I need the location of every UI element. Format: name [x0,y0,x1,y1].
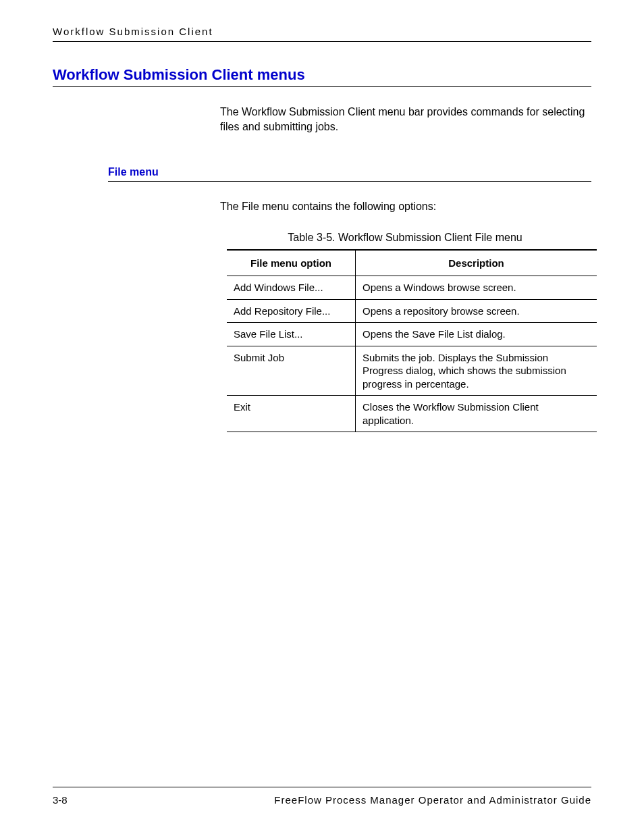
cell-desc: Closes the Workflow Submission Client ap… [356,396,597,432]
doc-title: FreeFlow Process Manager Operator and Ad… [274,794,591,806]
col-header-option: File menu option [227,250,356,276]
cell-desc: Opens a repository browse screen. [356,299,597,323]
subsection-heading: File menu [108,166,591,182]
section-heading: Workflow Submission Client menus [53,66,591,87]
col-header-description: Description [356,250,597,276]
page-footer: 3-8 FreeFlow Process Manager Operator an… [53,787,591,806]
table-row: Save File List... Opens the Save File Li… [227,323,597,346]
cell-option: Add Windows File... [227,276,356,300]
cell-option: Add Repository File... [227,299,356,323]
cell-option: Submit Job [227,346,356,396]
cell-desc: Opens the Save File List dialog. [356,323,597,346]
table-row: Submit Job Submits the job. Displays the… [227,346,597,396]
table-caption: Table 3-5. Workflow Submission Client Fi… [220,232,590,244]
file-menu-table: File menu option Description Add Windows… [227,249,597,432]
table-row: Add Windows File... Opens a Windows brow… [227,276,597,300]
table-row: Add Repository File... Opens a repositor… [227,299,597,323]
table-row: Exit Closes the Workflow Submission Clie… [227,396,597,432]
table-header-row: File menu option Description [227,250,597,276]
cell-desc: Opens a Windows browse screen. [356,276,597,300]
section-intro: The Workflow Submission Client menu bar … [220,105,590,134]
cell-desc: Submits the job. Displays the Submission… [356,346,597,396]
subsection-intro: The File menu contains the following opt… [220,201,590,213]
running-head: Workflow Submission Client [53,26,591,42]
page-number: 3-8 [53,794,68,806]
cell-option: Save File List... [227,323,356,346]
cell-option: Exit [227,396,356,432]
